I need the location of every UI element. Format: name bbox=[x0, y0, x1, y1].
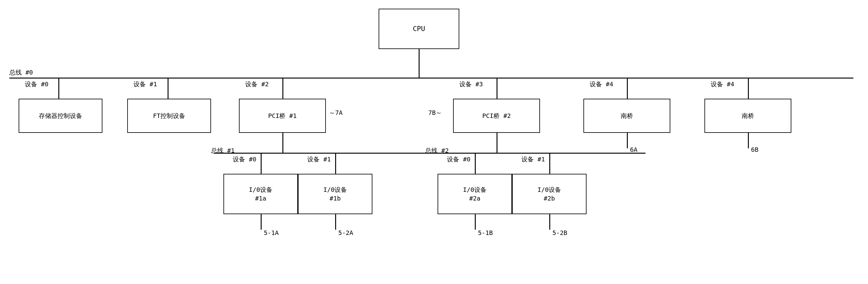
device3-bus0-label: PCI桥 #2 bbox=[482, 112, 511, 120]
device1-bus2-label: I/0设备#2b bbox=[537, 185, 561, 203]
dev4a-bus0-vline bbox=[627, 78, 628, 99]
device4b-bus0-label: 南桥 bbox=[742, 112, 754, 120]
device0-bus1-label: I/0设备#1a bbox=[249, 185, 273, 203]
6a-line bbox=[627, 133, 628, 148]
device0-bus0-box: 存储器控制设备 bbox=[19, 99, 102, 133]
ref-51b-label: 5-1B bbox=[478, 229, 493, 236]
dev1-bus0-vline bbox=[167, 78, 168, 99]
ref-7b-label: 7B～ bbox=[428, 108, 442, 117]
dev1-bus2-label: 设备 #1 bbox=[521, 155, 545, 164]
dev0-bus1-vline bbox=[261, 154, 261, 174]
bus0-label: 总线 #0 bbox=[9, 68, 33, 77]
dev1-bus1-vline bbox=[335, 154, 336, 174]
cpu-box: CPU bbox=[379, 9, 459, 49]
device0-bus0-label: 存储器控制设备 bbox=[39, 112, 82, 120]
dev3-bus0-vline bbox=[497, 78, 497, 99]
device1-bus0-box: FT控制设备 bbox=[127, 99, 211, 133]
ref-52a-label: 5-2A bbox=[338, 229, 353, 236]
dev4b-bus0-label: 设备 #4 bbox=[711, 80, 734, 89]
device1-bus1-label: I/0设备#1b bbox=[323, 185, 347, 203]
6b-line bbox=[748, 133, 749, 148]
dev0-bus2-vline bbox=[475, 154, 476, 174]
device4a-bus0-label: 南桥 bbox=[621, 112, 633, 120]
bus2-line bbox=[428, 153, 646, 154]
dev3-bus0-label: 设备 #3 bbox=[459, 80, 483, 89]
device2-bus0-box: PCI桥 #1 bbox=[239, 99, 326, 133]
dev2-bus0-vline bbox=[282, 78, 283, 99]
52a-line bbox=[335, 214, 336, 230]
ref-6a-label: 6A bbox=[630, 146, 638, 153]
device2-bus0-label: PCI桥 #1 bbox=[268, 112, 297, 120]
device0-bus2-box: I/0设备#2a bbox=[438, 174, 512, 214]
cpu-label: CPU bbox=[413, 24, 425, 34]
dev0-bus1-label: 设备 #0 bbox=[233, 155, 256, 164]
52b-line bbox=[549, 214, 550, 230]
device0-bus1-box: I/0设备#1a bbox=[223, 174, 298, 214]
dev1-bus1-label: 设备 #1 bbox=[307, 155, 331, 164]
bus1-line bbox=[214, 153, 431, 154]
ref-6b-label: 6B bbox=[751, 146, 758, 153]
ref-51a-label: 5-1A bbox=[264, 229, 279, 236]
device0-bus2-label: I/0设备#2a bbox=[463, 185, 487, 203]
dev1-bus0-label: 设备 #1 bbox=[133, 80, 157, 89]
dev0-bus0-vline bbox=[58, 78, 59, 99]
dev4b-bus0-vline bbox=[748, 78, 749, 99]
pci2-to-bus2-vline bbox=[497, 133, 497, 153]
ref-7a-label: ～7A bbox=[329, 108, 343, 117]
device3-bus0-box: PCI桥 #2 bbox=[453, 99, 540, 133]
dev0-bus0-label: 设备 #0 bbox=[25, 80, 49, 89]
pci1-to-bus1-vline bbox=[282, 133, 283, 153]
dev2-bus0-label: 设备 #2 bbox=[245, 80, 269, 89]
device4a-bus0-box: 南桥 bbox=[583, 99, 670, 133]
bus0-line bbox=[9, 77, 854, 78]
cpu-to-bus0-line bbox=[418, 49, 420, 78]
ref-52b-label: 5-2B bbox=[552, 229, 567, 236]
dev0-bus2-label: 设备 #0 bbox=[447, 155, 470, 164]
51a-line bbox=[261, 214, 261, 230]
device4b-bus0-box: 南桥 bbox=[705, 99, 792, 133]
dev1-bus2-vline bbox=[549, 154, 550, 174]
dev4a-bus0-label: 设备 #4 bbox=[590, 80, 613, 89]
51b-line bbox=[475, 214, 476, 230]
device1-bus0-label: FT控制设备 bbox=[153, 112, 185, 120]
device1-bus2-box: I/0设备#2b bbox=[512, 174, 587, 214]
device1-bus1-box: I/0设备#1b bbox=[298, 174, 372, 214]
diagram: CPU 总线 #0 设备 #0 存储器控制设备 设备 #1 FT控制设备 设备 … bbox=[0, 0, 868, 284]
